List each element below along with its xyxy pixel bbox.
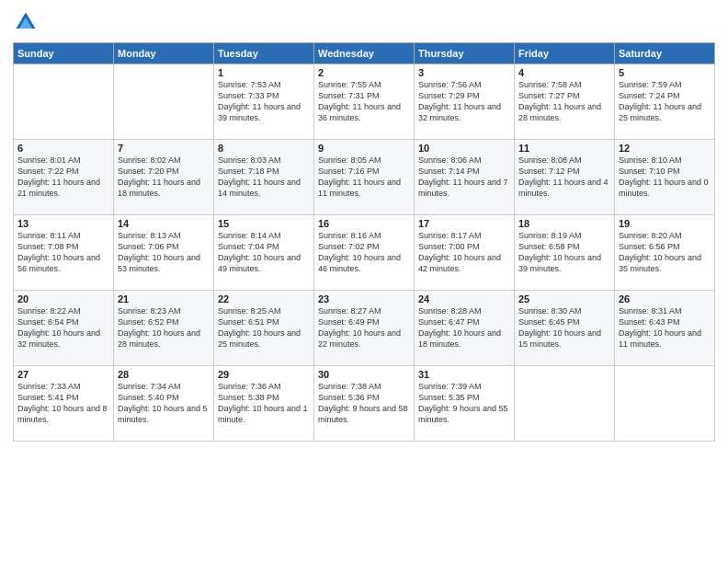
- table-cell: 1Sunrise: 7:53 AM Sunset: 7:33 PM Daylig…: [214, 64, 314, 140]
- day-info: Sunrise: 8:16 AM Sunset: 7:02 PM Dayligh…: [318, 230, 410, 275]
- table-cell: 5Sunrise: 7:59 AM Sunset: 7:24 PM Daylig…: [615, 64, 715, 140]
- header-row: SundayMondayTuesdayWednesdayThursdayFrid…: [14, 43, 715, 64]
- day-number: 15: [218, 218, 310, 229]
- day-number: 29: [218, 369, 310, 380]
- table-cell: 17Sunrise: 8:17 AM Sunset: 7:00 PM Dayli…: [415, 215, 515, 291]
- table-cell: 2Sunrise: 7:55 AM Sunset: 7:31 PM Daylig…: [314, 64, 415, 140]
- table-cell: 15Sunrise: 8:14 AM Sunset: 7:04 PM Dayli…: [214, 215, 314, 291]
- day-info: Sunrise: 8:10 AM Sunset: 7:10 PM Dayligh…: [619, 155, 711, 200]
- calendar-header: SundayMondayTuesdayWednesdayThursdayFrid…: [14, 43, 715, 64]
- table-cell: 25Sunrise: 8:30 AM Sunset: 6:45 PM Dayli…: [515, 291, 615, 366]
- table-cell: [114, 64, 214, 140]
- day-info: Sunrise: 8:14 AM Sunset: 7:04 PM Dayligh…: [218, 230, 310, 275]
- day-number: 31: [418, 369, 510, 380]
- day-number: 12: [619, 143, 711, 154]
- day-info: Sunrise: 7:38 AM Sunset: 5:36 PM Dayligh…: [318, 381, 410, 426]
- table-cell: 11Sunrise: 8:08 AM Sunset: 7:12 PM Dayli…: [515, 140, 615, 215]
- day-info: Sunrise: 8:01 AM Sunset: 7:22 PM Dayligh…: [17, 155, 109, 200]
- day-number: 26: [619, 293, 711, 304]
- table-cell: 27Sunrise: 7:33 AM Sunset: 5:41 PM Dayli…: [14, 366, 114, 442]
- table-cell: 9Sunrise: 8:05 AM Sunset: 7:16 PM Daylig…: [314, 140, 415, 215]
- day-info: Sunrise: 8:30 AM Sunset: 6:45 PM Dayligh…: [518, 305, 610, 350]
- day-number: 19: [619, 218, 711, 229]
- header-wednesday: Wednesday: [314, 43, 415, 64]
- day-number: 27: [17, 369, 109, 380]
- day-number: 1: [218, 67, 310, 78]
- day-number: 4: [518, 67, 610, 78]
- logo-icon: [13, 9, 39, 35]
- table-cell: [615, 366, 715, 442]
- table-cell: 22Sunrise: 8:25 AM Sunset: 6:51 PM Dayli…: [214, 291, 314, 366]
- day-number: 8: [218, 143, 310, 154]
- day-info: Sunrise: 7:56 AM Sunset: 7:29 PM Dayligh…: [418, 79, 510, 124]
- week-row-3: 13Sunrise: 8:11 AM Sunset: 7:08 PM Dayli…: [14, 215, 715, 291]
- logo: [13, 9, 42, 35]
- day-info: Sunrise: 8:17 AM Sunset: 7:00 PM Dayligh…: [418, 230, 510, 275]
- day-number: 28: [118, 369, 210, 380]
- day-info: Sunrise: 8:11 AM Sunset: 7:08 PM Dayligh…: [17, 230, 109, 275]
- day-number: 30: [318, 369, 410, 380]
- day-number: 24: [418, 293, 510, 304]
- header: [13, 9, 715, 35]
- table-cell: 12Sunrise: 8:10 AM Sunset: 7:10 PM Dayli…: [615, 140, 715, 215]
- table-cell: 21Sunrise: 8:23 AM Sunset: 6:52 PM Dayli…: [114, 291, 214, 366]
- day-info: Sunrise: 7:53 AM Sunset: 7:33 PM Dayligh…: [218, 79, 310, 124]
- day-info: Sunrise: 7:59 AM Sunset: 7:24 PM Dayligh…: [619, 79, 711, 124]
- day-number: 2: [318, 67, 410, 78]
- day-info: Sunrise: 8:06 AM Sunset: 7:14 PM Dayligh…: [418, 155, 510, 200]
- header-friday: Friday: [515, 43, 615, 64]
- day-number: 5: [619, 67, 711, 78]
- day-info: Sunrise: 8:02 AM Sunset: 7:20 PM Dayligh…: [118, 155, 210, 200]
- day-number: 22: [218, 293, 310, 304]
- day-info: Sunrise: 7:39 AM Sunset: 5:35 PM Dayligh…: [418, 381, 510, 426]
- table-cell: 26Sunrise: 8:31 AM Sunset: 6:43 PM Dayli…: [615, 291, 715, 366]
- calendar-table: SundayMondayTuesdayWednesdayThursdayFrid…: [13, 42, 715, 442]
- day-info: Sunrise: 8:08 AM Sunset: 7:12 PM Dayligh…: [518, 155, 610, 200]
- day-info: Sunrise: 8:31 AM Sunset: 6:43 PM Dayligh…: [619, 305, 711, 350]
- header-tuesday: Tuesday: [214, 43, 314, 64]
- day-info: Sunrise: 8:05 AM Sunset: 7:16 PM Dayligh…: [318, 155, 410, 200]
- table-cell: 14Sunrise: 8:13 AM Sunset: 7:06 PM Dayli…: [114, 215, 214, 291]
- day-number: 16: [318, 218, 410, 229]
- table-cell: 29Sunrise: 7:36 AM Sunset: 5:38 PM Dayli…: [214, 366, 314, 442]
- day-number: 20: [17, 293, 109, 304]
- week-row-1: 1Sunrise: 7:53 AM Sunset: 7:33 PM Daylig…: [14, 64, 715, 140]
- day-info: Sunrise: 7:36 AM Sunset: 5:38 PM Dayligh…: [218, 381, 310, 426]
- day-info: Sunrise: 8:03 AM Sunset: 7:18 PM Dayligh…: [218, 155, 310, 200]
- day-info: Sunrise: 7:33 AM Sunset: 5:41 PM Dayligh…: [17, 381, 109, 426]
- table-cell: 13Sunrise: 8:11 AM Sunset: 7:08 PM Dayli…: [14, 215, 114, 291]
- table-cell: 20Sunrise: 8:22 AM Sunset: 6:54 PM Dayli…: [14, 291, 114, 366]
- day-number: 7: [118, 143, 210, 154]
- table-cell: 6Sunrise: 8:01 AM Sunset: 7:22 PM Daylig…: [14, 140, 114, 215]
- day-number: 25: [518, 293, 610, 304]
- day-number: 23: [318, 293, 410, 304]
- table-cell: 8Sunrise: 8:03 AM Sunset: 7:18 PM Daylig…: [214, 140, 314, 215]
- day-info: Sunrise: 7:58 AM Sunset: 7:27 PM Dayligh…: [518, 79, 610, 124]
- table-cell: 24Sunrise: 8:28 AM Sunset: 6:47 PM Dayli…: [415, 291, 515, 366]
- table-cell: 16Sunrise: 8:16 AM Sunset: 7:02 PM Dayli…: [314, 215, 415, 291]
- day-number: 10: [418, 143, 510, 154]
- header-monday: Monday: [114, 43, 214, 64]
- table-cell: 28Sunrise: 7:34 AM Sunset: 5:40 PM Dayli…: [114, 366, 214, 442]
- header-saturday: Saturday: [615, 43, 715, 64]
- header-thursday: Thursday: [415, 43, 515, 64]
- day-info: Sunrise: 8:25 AM Sunset: 6:51 PM Dayligh…: [218, 305, 310, 350]
- table-cell: 10Sunrise: 8:06 AM Sunset: 7:14 PM Dayli…: [415, 140, 515, 215]
- day-number: 17: [418, 218, 510, 229]
- day-info: Sunrise: 8:23 AM Sunset: 6:52 PM Dayligh…: [118, 305, 210, 350]
- table-cell: 30Sunrise: 7:38 AM Sunset: 5:36 PM Dayli…: [314, 366, 415, 442]
- table-cell: 3Sunrise: 7:56 AM Sunset: 7:29 PM Daylig…: [415, 64, 515, 140]
- table-cell: 7Sunrise: 8:02 AM Sunset: 7:20 PM Daylig…: [114, 140, 214, 215]
- day-info: Sunrise: 8:20 AM Sunset: 6:56 PM Dayligh…: [619, 230, 711, 275]
- table-cell: 18Sunrise: 8:19 AM Sunset: 6:58 PM Dayli…: [515, 215, 615, 291]
- week-row-4: 20Sunrise: 8:22 AM Sunset: 6:54 PM Dayli…: [14, 291, 715, 366]
- table-cell: [515, 366, 615, 442]
- table-cell: 4Sunrise: 7:58 AM Sunset: 7:27 PM Daylig…: [515, 64, 615, 140]
- day-number: 18: [518, 218, 610, 229]
- page: SundayMondayTuesdayWednesdayThursdayFrid…: [0, 0, 728, 563]
- day-number: 6: [17, 143, 109, 154]
- day-number: 14: [118, 218, 210, 229]
- week-row-2: 6Sunrise: 8:01 AM Sunset: 7:22 PM Daylig…: [14, 140, 715, 215]
- day-info: Sunrise: 8:19 AM Sunset: 6:58 PM Dayligh…: [518, 230, 610, 275]
- table-cell: 31Sunrise: 7:39 AM Sunset: 5:35 PM Dayli…: [415, 366, 515, 442]
